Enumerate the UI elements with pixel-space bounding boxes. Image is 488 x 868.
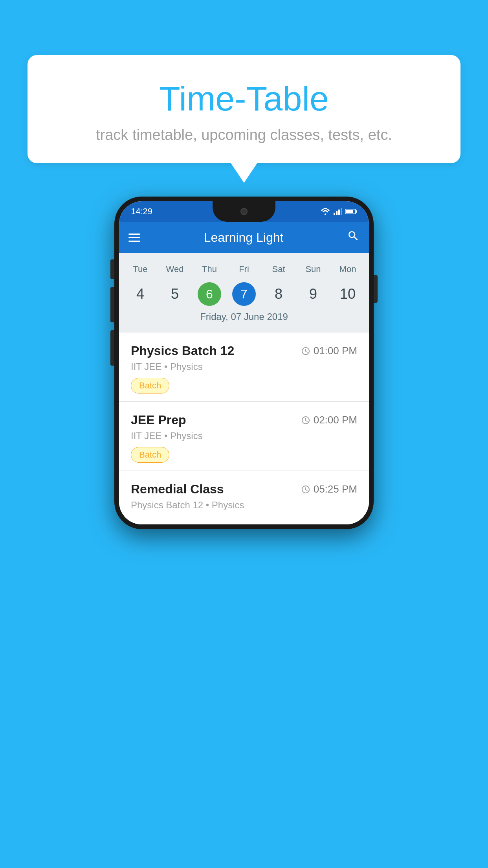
camera xyxy=(240,208,248,215)
speech-bubble-container: Time-Table track timetable, upcoming cla… xyxy=(28,55,460,163)
bubble-title: Time-Table xyxy=(43,79,445,119)
schedule-item-1-time: 01:00 PM xyxy=(301,345,357,357)
phone-screen: 14:29 xyxy=(119,201,369,524)
day-headers: Tue Wed Thu Fri Sat Sun Mon xyxy=(119,261,369,278)
clock-icon-3 xyxy=(301,485,310,494)
bubble-subtitle: track timetable, upcoming classes, tests… xyxy=(43,127,445,143)
battery-icon xyxy=(345,208,357,215)
svg-rect-4 xyxy=(341,208,342,215)
day-8[interactable]: 8 xyxy=(261,281,296,307)
schedule-item-3-header: Remedial Class 05:25 PM xyxy=(131,482,357,497)
schedule-item-1-tag: Batch xyxy=(131,378,169,394)
notch xyxy=(213,201,275,222)
schedule-item-1-title: Physics Batch 12 xyxy=(131,344,234,358)
day-header-mon: Mon xyxy=(330,261,365,278)
wifi-icon xyxy=(320,208,330,215)
day-header-sat: Sat xyxy=(261,261,296,278)
speech-bubble: Time-Table track timetable, upcoming cla… xyxy=(28,55,460,163)
schedule-item-3-title: Remedial Class xyxy=(131,482,224,497)
status-icons xyxy=(320,208,357,215)
day-10[interactable]: 10 xyxy=(330,281,365,307)
day-header-wed: Wed xyxy=(158,261,192,278)
app-bar: Learning Light xyxy=(119,222,369,253)
power-button xyxy=(374,275,378,303)
svg-rect-1 xyxy=(334,213,335,215)
schedule-item-1-header: Physics Batch 12 01:00 PM xyxy=(131,344,357,358)
day-7-selected[interactable]: 7 xyxy=(232,282,256,306)
silent-button xyxy=(110,259,114,279)
day-6-today[interactable]: 6 xyxy=(198,282,221,306)
day-header-thu: Thu xyxy=(192,261,227,278)
schedule-item-2-header: JEE Prep 02:00 PM xyxy=(131,413,357,427)
selected-date-label: Friday, 07 June 2019 xyxy=(119,307,369,329)
day-9[interactable]: 9 xyxy=(296,281,330,307)
schedule-item-1-subtitle: IIT JEE • Physics xyxy=(131,361,357,372)
day-header-sun: Sun xyxy=(296,261,330,278)
menu-button[interactable] xyxy=(128,234,140,242)
svg-rect-6 xyxy=(356,210,357,213)
schedule-item-3-subtitle: Physics Batch 12 • Physics xyxy=(131,500,357,511)
svg-rect-3 xyxy=(338,210,340,215)
day-header-tue: Tue xyxy=(123,261,158,278)
calendar-section: Tue Wed Thu Fri Sat Sun Mon 4 5 6 7 8 9 … xyxy=(119,253,369,333)
status-time: 14:29 xyxy=(131,206,152,217)
volume-up-button xyxy=(110,287,114,322)
schedule-item-2-subtitle: IIT JEE • Physics xyxy=(131,430,357,441)
schedule-item-1[interactable]: Physics Batch 12 01:00 PM IIT JEE • Phys… xyxy=(119,333,369,402)
schedule-item-3[interactable]: Remedial Class 05:25 PM Physics Batch 12… xyxy=(119,471,369,524)
svg-point-0 xyxy=(325,213,326,215)
clock-icon-2 xyxy=(301,416,310,425)
schedule-item-2[interactable]: JEE Prep 02:00 PM IIT JEE • Physics Batc… xyxy=(119,402,369,471)
schedule-item-2-title: JEE Prep xyxy=(131,413,186,427)
schedule-item-3-time: 05:25 PM xyxy=(301,483,357,495)
volume-down-button xyxy=(110,330,114,366)
status-bar: 14:29 xyxy=(119,201,369,222)
phone-container: 14:29 xyxy=(114,197,374,529)
signal-icon xyxy=(334,208,342,215)
day-5[interactable]: 5 xyxy=(158,281,192,307)
search-button[interactable] xyxy=(347,230,360,245)
svg-rect-2 xyxy=(336,211,338,215)
schedule-list: Physics Batch 12 01:00 PM IIT JEE • Phys… xyxy=(119,333,369,524)
phone-frame: 14:29 xyxy=(114,197,374,529)
day-numbers: 4 5 6 7 8 9 10 xyxy=(119,281,369,307)
svg-rect-7 xyxy=(346,210,353,213)
day-4[interactable]: 4 xyxy=(123,281,158,307)
day-header-fri: Fri xyxy=(227,261,261,278)
schedule-item-2-tag: Batch xyxy=(131,447,169,463)
clock-icon-1 xyxy=(301,346,310,356)
app-title: Learning Light xyxy=(204,230,284,245)
schedule-item-2-time: 02:00 PM xyxy=(301,414,357,426)
